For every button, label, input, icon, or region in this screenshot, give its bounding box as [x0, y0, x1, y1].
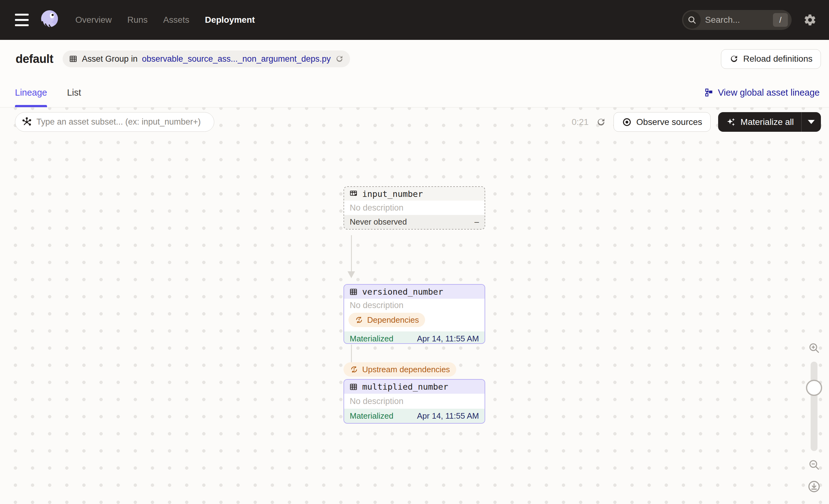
- edge-input-to-versioned: [351, 235, 352, 272]
- zoom-in-icon[interactable]: [808, 342, 820, 354]
- observable-source-asset-icon: [349, 189, 358, 198]
- refresh-icon: [729, 54, 739, 64]
- settings-gear-icon[interactable]: [803, 13, 817, 27]
- search-input[interactable]: [701, 15, 773, 25]
- page-title: default: [15, 52, 53, 66]
- refresh-countdown: 0:21: [572, 117, 589, 127]
- reload-definitions-label: Reload definitions: [743, 54, 813, 64]
- global-search[interactable]: /: [682, 10, 792, 30]
- asset-name: versioned_number: [362, 287, 443, 296]
- chevron-down-icon: [808, 120, 815, 124]
- page-header: default Asset Group in observable_source…: [0, 40, 829, 78]
- asset-description: No description: [344, 394, 484, 409]
- graph-toolbar: 0:21 Observe sources Materialize all: [15, 112, 821, 132]
- materialize-all-split-button: Materialize all: [718, 112, 821, 132]
- tabs-row: Lineage List View global asset lineage: [0, 78, 829, 107]
- zoom-controls: [804, 342, 824, 494]
- asset-status-label: Materialized: [350, 334, 393, 344]
- asset-group-prefix: Asset Group in: [82, 54, 138, 64]
- refresh-graph-icon[interactable]: [596, 117, 606, 127]
- upstream-dependencies-chip[interactable]: Upstream dependencies: [344, 362, 456, 376]
- nav-link-overview[interactable]: Overview: [75, 15, 112, 25]
- edge-arrowhead: [348, 271, 355, 278]
- dependencies-chip-label: Dependencies: [367, 315, 419, 325]
- top-navbar: Overview Runs Assets Deployment /: [0, 0, 829, 40]
- view-global-asset-lineage-label: View global asset lineage: [718, 87, 820, 98]
- asset-node-input-number[interactable]: input_number No description Never observ…: [344, 186, 485, 229]
- reload-definitions-button[interactable]: Reload definitions: [721, 49, 821, 69]
- nav-link-deployment[interactable]: Deployment: [205, 15, 255, 25]
- asset-lineage-canvas[interactable]: 0:21 Observe sources Materialize all: [0, 107, 829, 504]
- observe-eye-icon: [622, 117, 632, 127]
- search-shortcut-badge: /: [773, 13, 788, 27]
- nav-links: Overview Runs Assets Deployment: [75, 15, 255, 25]
- asset-status-value: Apr 14, 11:55 AM: [417, 334, 479, 344]
- asset-status-value: Apr 14, 11:55 AM: [417, 411, 479, 421]
- asset-table-icon: [349, 288, 358, 296]
- asset-filter-input[interactable]: [36, 117, 208, 127]
- asset-group-icon: [69, 55, 77, 63]
- upstream-dependencies-label: Upstream dependencies: [362, 365, 450, 374]
- menu-icon[interactable]: [15, 14, 31, 26]
- asset-name: input_number: [362, 189, 423, 199]
- zoom-out-icon[interactable]: [808, 459, 820, 471]
- materialize-sparkle-icon: [726, 117, 736, 128]
- asset-description: No description: [344, 201, 484, 215]
- asset-group-tag: Asset Group in observable_source_ass..._…: [63, 50, 350, 67]
- asset-node-multiplied-number[interactable]: multiplied_number No description Materia…: [344, 379, 485, 424]
- observe-sources-button[interactable]: Observe sources: [613, 112, 711, 132]
- edge-versioned-to-label: [351, 345, 352, 362]
- asset-table-icon: [349, 383, 358, 391]
- changed-dependencies-icon: [355, 316, 363, 324]
- zoom-slider-knob[interactable]: [806, 380, 822, 396]
- op-selector-icon: [22, 117, 32, 128]
- asset-status-value: –: [475, 217, 479, 227]
- nav-link-runs[interactable]: Runs: [128, 15, 148, 25]
- asset-node-versioned-number[interactable]: versioned_number No description Dependen…: [344, 284, 485, 344]
- dependencies-chip[interactable]: Dependencies: [349, 313, 425, 327]
- asset-group-file-link[interactable]: observable_source_ass..._non_argument_de…: [142, 54, 331, 64]
- dagster-logo-icon[interactable]: [38, 9, 61, 31]
- observe-sources-label: Observe sources: [636, 117, 702, 127]
- asset-status-label: Materialized: [350, 411, 393, 421]
- zoom-slider[interactable]: [810, 362, 818, 451]
- search-icon: [683, 11, 701, 29]
- asset-status-label: Never observed: [350, 217, 407, 227]
- asset-name: multiplied_number: [362, 382, 448, 392]
- view-global-asset-lineage-link[interactable]: View global asset lineage: [704, 87, 820, 98]
- reload-code-location-icon[interactable]: [335, 55, 344, 63]
- lineage-graph-icon: [704, 88, 714, 97]
- download-graph-icon[interactable]: [807, 480, 821, 494]
- nav-link-assets[interactable]: Assets: [163, 15, 189, 25]
- tab-lineage[interactable]: Lineage: [15, 78, 47, 107]
- asset-subset-filter[interactable]: [15, 112, 214, 132]
- tab-list[interactable]: List: [67, 78, 81, 107]
- materialize-all-button[interactable]: Materialize all: [718, 112, 801, 132]
- materialize-all-label: Materialize all: [741, 117, 794, 127]
- changed-dependencies-icon: [350, 365, 358, 374]
- asset-description: No description: [344, 299, 484, 312]
- materialize-options-caret[interactable]: [802, 112, 821, 132]
